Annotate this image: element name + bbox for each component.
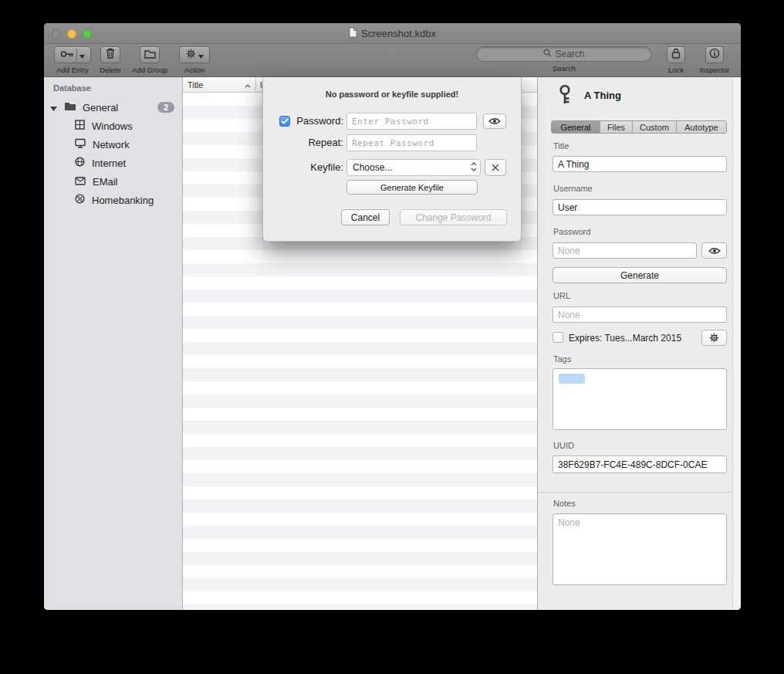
change-password-sheet: No password or keyfile supplied! Passwor… <box>262 77 522 242</box>
password-field-label: Password <box>553 227 590 236</box>
tag-chip[interactable] <box>559 374 585 384</box>
sidebar-item-windows[interactable]: Windows <box>44 117 182 134</box>
title-field[interactable] <box>553 156 727 172</box>
action-item: Action <box>177 46 212 74</box>
expires-options-button[interactable] <box>701 330 727 346</box>
password-input[interactable] <box>346 113 477 130</box>
delete-button[interactable] <box>100 46 120 63</box>
lock-item: Lock <box>664 46 688 74</box>
section-divider <box>538 492 741 493</box>
sidebar-group-label: General <box>83 102 118 113</box>
title-field-label: Title <box>553 141 569 151</box>
url-field[interactable] <box>553 307 727 323</box>
inspector-scrollbar[interactable] <box>732 77 740 610</box>
add-group-item: Add Group <box>129 46 171 74</box>
delete-item: Delete <box>96 46 124 74</box>
display-icon <box>75 138 86 151</box>
gear-icon <box>186 48 196 62</box>
trash-icon <box>106 48 115 62</box>
reveal-password-button[interactable] <box>701 242 727 259</box>
app-window: Screenshot.kdbx Add Entry Delete <box>44 23 741 610</box>
password-field[interactable] <box>553 242 697 259</box>
envelope-icon <box>75 176 86 188</box>
entry-title-heading: A Thing <box>584 90 621 101</box>
action-button[interactable] <box>179 46 210 63</box>
expires-checkbox[interactable] <box>553 332 563 343</box>
action-label: Action <box>184 66 204 74</box>
folder-icon <box>64 101 76 113</box>
column-title-text: Title <box>188 80 203 90</box>
keyfile-label: Keyfile: <box>292 159 343 176</box>
inspector-panel: A Thing General Files Custom Autotype Ti… <box>537 77 741 610</box>
sidebar-item-homebanking[interactable]: Homebanking <box>44 191 182 208</box>
clear-keyfile-button[interactable] <box>485 159 506 176</box>
tab-general[interactable]: General <box>552 121 600 133</box>
sidebar-item-label: EMail <box>93 176 118 188</box>
eye-icon <box>488 117 501 125</box>
cancel-button[interactable]: Cancel <box>341 209 390 225</box>
gear-icon <box>709 333 719 343</box>
sidebar-item-network[interactable]: Network <box>44 136 182 153</box>
disclosure-triangle-icon[interactable] <box>50 102 57 113</box>
window-title: Screenshot.kdbx <box>44 23 741 43</box>
inspector-label: Inspector <box>699 66 729 74</box>
search-icon <box>543 49 552 59</box>
globe-icon <box>75 157 85 169</box>
username-field[interactable] <box>553 199 727 215</box>
add-entry-item: Add Entry <box>50 46 95 74</box>
chevron-down-icon <box>198 48 204 62</box>
keyfile-popup[interactable]: Choose... <box>346 159 481 176</box>
sidebar-section-header: Database <box>53 83 91 93</box>
sidebar-item-label: Windows <box>92 120 133 132</box>
toolbar: Add Entry Delete Add Group <box>44 44 741 77</box>
show-password-button[interactable] <box>483 113 506 129</box>
generate-password-button[interactable]: Generate <box>553 267 727 283</box>
inspector-tabs: General Files Custom Autotype <box>551 120 727 134</box>
window-title-text: Screenshot.kdbx <box>361 28 436 39</box>
repeat-password-input[interactable] <box>346 134 477 151</box>
tags-box[interactable] <box>553 368 727 430</box>
search-input[interactable]: Search <box>476 46 652 62</box>
inspector-toggle-button[interactable] <box>705 46 724 63</box>
search-placeholder: Search <box>555 49 584 59</box>
sort-ascending-icon <box>245 80 251 90</box>
sidebar-item-internet[interactable]: Internet <box>44 154 182 171</box>
sidebar-group-general[interactable]: General 2 <box>44 99 182 116</box>
sidebar-item-email[interactable]: EMail <box>44 173 182 190</box>
tags-field-label: Tags <box>553 354 571 364</box>
notes-field[interactable] <box>553 513 727 585</box>
column-header-title[interactable]: Title <box>183 77 256 92</box>
padlock-icon <box>671 48 681 62</box>
info-icon <box>709 48 720 62</box>
delete-label: Delete <box>100 66 120 74</box>
sheet-message: No password or keyfile supplied! <box>263 90 521 99</box>
add-entry-button[interactable] <box>54 46 91 63</box>
document-icon <box>349 27 357 40</box>
sidebar: Database General 2 Windows Network <box>44 77 183 610</box>
entry-count-badge: 2 <box>157 102 174 113</box>
check-icon <box>281 118 289 124</box>
popup-stepper-icon <box>471 161 477 174</box>
password-checkbox[interactable] <box>279 116 290 127</box>
windows-icon <box>75 120 85 132</box>
change-password-button[interactable]: Change Password <box>400 209 507 225</box>
uuid-field-label: UUID <box>553 441 574 450</box>
keyfile-popup-value: Choose... <box>353 162 392 173</box>
tab-custom[interactable]: Custom <box>632 121 676 133</box>
button-divider <box>76 49 77 61</box>
folder-icon <box>144 48 156 62</box>
password-label: Password: <box>292 113 343 130</box>
tab-files[interactable]: Files <box>600 121 632 133</box>
inspector-item: Inspector <box>694 46 735 74</box>
add-entry-label: Add Entry <box>56 66 89 74</box>
entry-key-icon <box>556 84 573 108</box>
add-group-button[interactable] <box>140 46 160 63</box>
close-icon <box>492 164 499 171</box>
lock-button[interactable] <box>667 46 685 63</box>
chevron-down-icon <box>79 48 85 62</box>
sidebar-item-label: Internet <box>92 157 126 169</box>
tab-autotype[interactable]: Autotype <box>676 121 726 133</box>
generate-keyfile-button[interactable]: Generate Keyfile <box>346 180 478 195</box>
uuid-field[interactable] <box>553 456 727 473</box>
titlebar: Screenshot.kdbx <box>44 23 741 44</box>
